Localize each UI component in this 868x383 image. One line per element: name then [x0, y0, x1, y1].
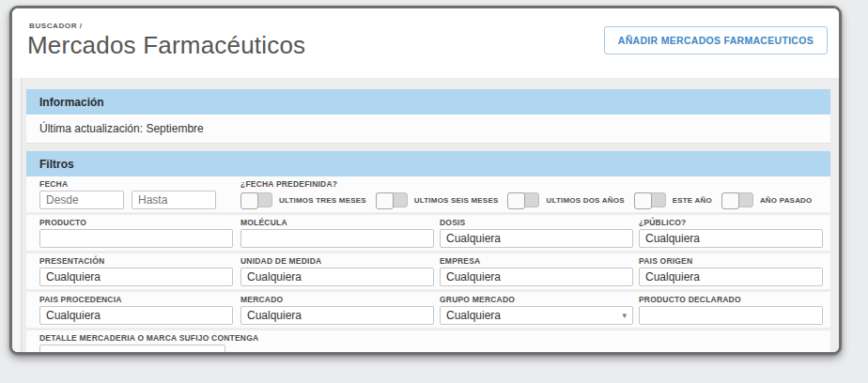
- toggle-switch-icon[interactable]: [507, 192, 539, 207]
- toggle-label: ESTE AÑO: [673, 196, 712, 205]
- pais-origen-select[interactable]: Cualquiera: [639, 268, 823, 286]
- dosis-field: DOSIS Cualquiera: [440, 218, 639, 248]
- info-panel: Información Última actualización: Septie…: [26, 89, 830, 144]
- toggle-switch-icon[interactable]: [634, 192, 666, 207]
- filter-row-producto: PRODUCTO MOLÉCULA DOSIS Cualquiera: [26, 215, 830, 251]
- filter-row-detalle: DETALLE MERCADERIA O MARCA SUFIJO CONTEN…: [26, 330, 830, 355]
- select-value: Cualquiera: [247, 270, 302, 283]
- molecula-label: MOLÉCULA: [240, 218, 440, 227]
- toggle-ultimos-tres-meses[interactable]: ULTIMOS TRES MESES: [240, 192, 366, 207]
- fecha-predefinida-label: ¿FECHA PREDEFINIDA?: [240, 179, 830, 189]
- mercado-label: MERCADO: [240, 295, 440, 304]
- content-area: Información Última actualización: Septie…: [12, 78, 839, 354]
- content-left-gutter: [12, 78, 22, 354]
- grupo-mercado-label: GRUPO MERCADO: [440, 295, 639, 304]
- mercado-select[interactable]: Cualquiera: [240, 306, 434, 325]
- unidad-medida-label: UNIDAD DE MEDIDA: [240, 256, 440, 266]
- filter-row-fecha: FECHA ¿FECHA PREDEFINIDA? ULTIMOS TRES M…: [26, 176, 830, 212]
- producto-label: PRODUCTO: [39, 218, 240, 227]
- pais-procedencia-select[interactable]: Cualquiera: [39, 306, 233, 325]
- toggle-label: ULTIMOS TRES MESES: [279, 196, 366, 205]
- page-title: Mercados Farmacéuticos: [27, 31, 305, 60]
- producto-declarado-input[interactable]: [639, 306, 823, 325]
- unidad-medida-field: UNIDAD DE MEDIDA Cualquiera: [240, 256, 440, 286]
- dropdown-arrow-icon: ▾: [622, 311, 627, 320]
- toggle-ano-pasado[interactable]: AÑO PASADO: [721, 192, 813, 207]
- detalle-label: DETALLE MERCADERIA O MARCA SUFIJO CONTEN…: [39, 333, 830, 343]
- detalle-input[interactable]: [39, 345, 225, 355]
- fecha-desde-input[interactable]: [39, 191, 124, 209]
- info-panel-body: Última actualización: Septiembre: [26, 115, 830, 144]
- select-value: Cualquiera: [247, 309, 302, 322]
- producto-declarado-field: PRODUCTO DECLARADO: [639, 295, 830, 325]
- add-mercados-button[interactable]: AÑADIR MERCADOS FARMACEUTICOS: [604, 26, 828, 54]
- molecula-field: MOLÉCULA: [240, 218, 440, 248]
- select-value: Cualquiera: [645, 270, 700, 283]
- filters-panel-body: FECHA ¿FECHA PREDEFINIDA? ULTIMOS TRES M…: [26, 176, 830, 355]
- toggle-ultimos-dos-anos[interactable]: ULTIMOS DOS AÑOS: [507, 192, 624, 207]
- pais-procedencia-label: PAIS PROCEDENCIA: [39, 295, 240, 304]
- fecha-predefinida-group: ¿FECHA PREDEFINIDA? ULTIMOS TRES MESES U…: [240, 179, 830, 209]
- filters-panel: Filtros FECHA ¿FECHA PREDEFINIDA?: [26, 151, 830, 355]
- filter-row-mercado: PAIS PROCEDENCIA Cualquiera MERCADO Cual…: [26, 292, 830, 328]
- select-value: Cualquiera: [446, 232, 501, 245]
- producto-declarado-label: PRODUCTO DECLARADO: [639, 295, 830, 304]
- presentacion-label: PRESENTACIÓN: [39, 256, 240, 266]
- grupo-mercado-field: GRUPO MERCADO Cualquiera ▾: [440, 295, 639, 325]
- publico-select[interactable]: Cualquiera: [639, 229, 823, 248]
- producto-field: PRODUCTO: [39, 218, 240, 248]
- dosis-select[interactable]: Cualquiera: [440, 229, 633, 248]
- presentacion-select[interactable]: Cualquiera: [39, 268, 233, 286]
- info-panel-header: Información: [26, 89, 830, 115]
- breadcrumb[interactable]: BUSCADOR /: [29, 22, 83, 30]
- empresa-select[interactable]: Cualquiera: [440, 268, 633, 286]
- fecha-hasta-input[interactable]: [132, 191, 216, 209]
- publico-label: ¿PÚBLICO?: [639, 218, 830, 227]
- presentacion-field: PRESENTACIÓN Cualquiera: [39, 256, 240, 286]
- filters-panel-header: Filtros: [26, 151, 830, 176]
- pais-origen-field: PAIS ORIGEN Cualquiera: [639, 256, 830, 286]
- toggle-este-ano[interactable]: ESTE AÑO: [634, 192, 712, 207]
- toggle-label: AÑO PASADO: [760, 196, 813, 205]
- select-value: Cualquiera: [446, 309, 501, 322]
- grupo-mercado-select[interactable]: Cualquiera ▾: [440, 306, 633, 325]
- select-value: Cualquiera: [46, 309, 101, 322]
- mercado-field: MERCADO Cualquiera: [240, 295, 440, 325]
- producto-input[interactable]: [39, 229, 233, 248]
- pais-origen-label: PAIS ORIGEN: [639, 256, 830, 266]
- molecula-input[interactable]: [240, 229, 434, 248]
- toggle-switch-icon[interactable]: [240, 192, 272, 207]
- empresa-field: EMPRESA Cualquiera: [440, 256, 639, 286]
- unidad-medida-select[interactable]: Cualquiera: [240, 268, 434, 286]
- select-value: Cualquiera: [645, 232, 700, 245]
- toggle-ultimos-seis-meses[interactable]: ULTIMOS SEIS MESES: [376, 192, 499, 207]
- select-value: Cualquiera: [446, 270, 501, 283]
- dosis-label: DOSIS: [440, 218, 639, 227]
- toggle-switch-icon[interactable]: [376, 192, 408, 207]
- fecha-label: FECHA: [39, 179, 240, 189]
- toggle-label: ULTIMOS SEIS MESES: [414, 196, 499, 205]
- fecha-field: FECHA: [39, 179, 240, 209]
- app-header: BUSCADOR / Mercados Farmacéuticos AÑADIR…: [12, 8, 839, 78]
- toggle-label: ULTIMOS DOS AÑOS: [546, 196, 624, 205]
- toggle-switch-icon[interactable]: [721, 192, 753, 207]
- empresa-label: EMPRESA: [440, 256, 639, 266]
- screenshot-frame: BUSCADOR / Mercados Farmacéuticos AÑADIR…: [9, 6, 842, 355]
- pais-procedencia-field: PAIS PROCEDENCIA Cualquiera: [39, 295, 240, 325]
- publico-field: ¿PÚBLICO? Cualquiera: [639, 218, 830, 248]
- filter-row-presentacion: PRESENTACIÓN Cualquiera UNIDAD DE MEDIDA…: [26, 253, 830, 289]
- select-value: Cualquiera: [46, 270, 101, 283]
